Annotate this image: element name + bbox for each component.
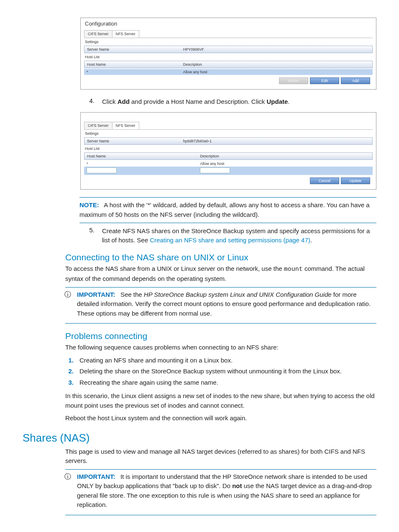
col-description: Description	[183, 62, 370, 67]
description-input[interactable]	[200, 167, 230, 173]
paragraph: Reboot the host Linux system and the con…	[65, 414, 376, 423]
configuration-screenshot-2: CIFS Server NFS Server Settings Server N…	[80, 112, 376, 190]
section-heading-shares-nas: Shares (NAS)	[23, 432, 376, 445]
host-list-label: Host List	[85, 55, 372, 59]
server-name-label: Server Name	[87, 139, 183, 143]
paragraph: In this scenario, the Linux client assig…	[65, 391, 376, 410]
update-button[interactable]: Update	[341, 177, 370, 184]
col-hostname: Host Name	[87, 62, 183, 67]
delete-button: Delete	[279, 77, 308, 84]
col-description: Description	[200, 154, 370, 158]
host-name-value: *	[87, 162, 200, 166]
step-number: 4.	[79, 97, 95, 106]
host-desc-value: Allow any host	[183, 70, 370, 74]
server-name-label: Server Name	[87, 47, 183, 51]
col-hostname: Host Name	[87, 154, 200, 158]
section-heading-connecting: Connecting to the NAS share on UNIX or L…	[65, 252, 376, 262]
edit-button[interactable]: Edit	[310, 77, 339, 84]
important-icon: ⓘ	[64, 290, 72, 299]
step-text: Create NFS NAS shares on the StoreOnce B…	[102, 226, 376, 245]
hostname-input[interactable]	[87, 167, 117, 173]
configuration-screenshot-1: Configuration CIFS Server NFS Server Set…	[80, 18, 376, 90]
important-label: IMPORTANT:	[77, 291, 115, 298]
settings-label: Settings	[85, 40, 372, 44]
host-row: * Allow any host	[84, 161, 373, 167]
list-item: 3.Recreating the share again using the s…	[65, 378, 376, 388]
tab-nfs[interactable]: NFS Server	[112, 122, 139, 129]
cancel-button[interactable]: Cancel	[310, 177, 339, 184]
important-text: IMPORTANT: See the HP StoreOnce Backup s…	[77, 290, 376, 319]
important-icon: ⓘ	[64, 472, 72, 481]
paragraph: This page is used to view and manage all…	[65, 447, 376, 466]
host-name-value: *	[87, 70, 183, 74]
important-text: IMPORTANT: It is important to understand…	[77, 472, 376, 510]
note-text: A host with the '*' wildcard, added by d…	[79, 201, 370, 218]
settings-label: Settings	[85, 131, 372, 136]
section-heading-problems: Problems connecting	[65, 331, 376, 341]
host-row-edit[interactable]	[84, 167, 373, 175]
list-item: 1.Creating an NFS share and mounting it …	[65, 356, 376, 365]
link-creating-nfs-share[interactable]: Creating an NFS share and setting permis…	[150, 236, 310, 244]
add-button[interactable]: Add	[341, 77, 370, 84]
tab-nfs[interactable]: NFS Server	[112, 30, 139, 38]
step-number: 5.	[79, 226, 95, 245]
server-name-value: hp9d872b60a0-1	[183, 139, 370, 143]
important-label: IMPORTANT:	[77, 473, 115, 480]
fig-title: Configuration	[81, 18, 376, 28]
paragraph: To access the NAS share from a UNIX or L…	[65, 264, 376, 284]
note-block: NOTE: A host with the '*' wildcard, adde…	[79, 200, 376, 220]
paragraph: The following sequence causes problems w…	[65, 343, 376, 352]
host-row[interactable]: * Allow any host	[84, 69, 373, 75]
list-item: 2.Deleting the share on the StoreOnce Ba…	[65, 367, 376, 376]
host-list-label: Host List	[85, 146, 372, 151]
server-name-value: HPY0906VF	[183, 47, 370, 51]
tab-cifs[interactable]: CIFS Server	[84, 122, 113, 129]
tab-cifs[interactable]: CIFS Server	[84, 30, 113, 38]
note-label: NOTE:	[79, 201, 99, 208]
host-desc-value: Allow any host	[200, 162, 370, 166]
mount-command: mount	[284, 266, 303, 273]
step-text: Click Add and provide a Host Name and De…	[102, 97, 376, 106]
